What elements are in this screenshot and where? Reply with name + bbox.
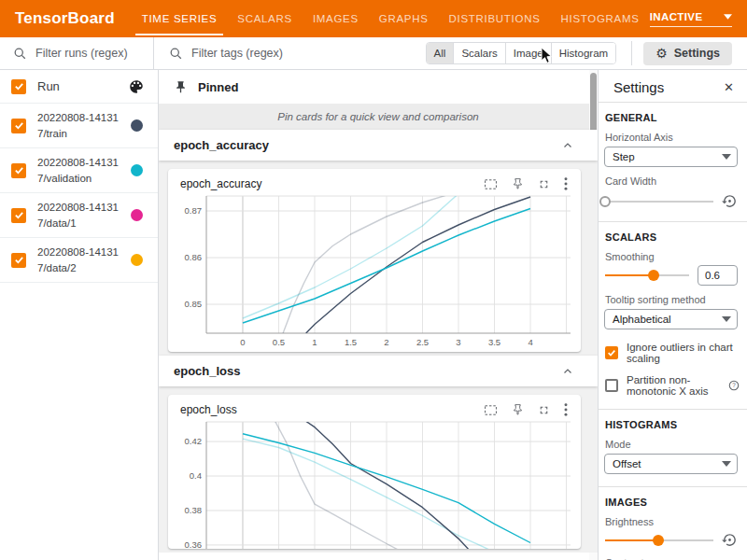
partition-x-axis-row[interactable]: Partition non-monotonic X axis ? <box>599 374 747 397</box>
tab-graphs[interactable]: GRAPHS <box>369 0 439 37</box>
ignore-outliers-row[interactable]: Ignore outliers in chart scaling <box>599 342 747 364</box>
svg-text:0.5: 0.5 <box>273 337 285 347</box>
run-row-validation[interactable]: 20220808-141317/validation <box>0 148 158 193</box>
run-checkbox[interactable] <box>11 253 26 268</box>
run-row-train[interactable]: 20220808-141317/train <box>0 104 158 148</box>
run-checkbox[interactable] <box>11 119 26 133</box>
svg-text:0.87: 0.87 <box>185 205 203 216</box>
chip-label: Scalars <box>461 48 497 59</box>
card-header: epoch_loss <box>168 395 581 421</box>
run-label: 20220808-141317/data/1 <box>37 200 120 230</box>
close-icon[interactable]: ✕ <box>724 81 734 93</box>
tab-scalars[interactable]: SCALARS <box>227 0 303 37</box>
tensorboard-app: TensorBoard TIME SERIES SCALARS IMAGES G… <box>0 0 747 560</box>
palette-icon[interactable] <box>128 78 145 95</box>
svg-text:1: 1 <box>312 337 317 347</box>
collapse-chevron-icon[interactable] <box>562 366 573 377</box>
filter-runs-input[interactable]: Filter runs (regex) <box>0 37 154 69</box>
chip-label: All <box>434 48 446 59</box>
card-title: epoch_accuracy <box>180 177 261 190</box>
horizontal-axis-value: Step <box>613 151 635 162</box>
caret-down-icon <box>722 154 731 160</box>
caret-down-icon <box>722 316 731 322</box>
pinned-section-header: Pinned <box>159 70 598 104</box>
histogram-mode-select[interactable]: Offset <box>604 454 738 474</box>
pinned-label: Pinned <box>198 80 238 94</box>
partition-x-axis-checkbox[interactable] <box>605 379 618 392</box>
slider-thumb[interactable] <box>648 270 659 281</box>
card-actions <box>484 177 568 190</box>
chip-label: Image <box>514 48 543 59</box>
chip-scalars[interactable]: Scalars <box>454 43 505 63</box>
run-checkbox[interactable] <box>11 208 26 223</box>
run-label: 20220808-141317/validation <box>37 155 120 185</box>
epoch-loss-chart[interactable]: 0.360.380.40.42 <box>177 421 574 549</box>
search-icon <box>169 47 183 61</box>
run-row-data-1[interactable]: 20220808-141317/data/1 <box>0 193 158 238</box>
section-header-epoch-loss[interactable]: epoch_loss <box>159 356 598 386</box>
run-label: 20220808-141317/data/2 <box>37 245 120 274</box>
select-all-runs-checkbox[interactable] <box>11 79 26 94</box>
fullscreen-icon[interactable] <box>538 404 550 416</box>
slider-thumb[interactable] <box>653 535 664 546</box>
svg-text:4: 4 <box>528 337 532 347</box>
cards-area: Pinned Pin cards for a quick view and co… <box>159 70 598 560</box>
section-header-epoch-accuracy[interactable]: epoch_accuracy <box>159 130 598 161</box>
divider <box>599 221 747 222</box>
tooltip-sorting-select[interactable]: Alphabetical <box>604 309 738 329</box>
filter-tags-input[interactable]: Filter tags (regex) <box>154 47 426 61</box>
status-dropdown[interactable]: INACTIVE <box>650 11 732 27</box>
slider-thumb[interactable] <box>599 196 611 207</box>
tab-images[interactable]: IMAGES <box>303 0 369 37</box>
tab-histograms[interactable]: HISTOGRAMS <box>551 0 650 37</box>
caret-down-icon <box>724 14 732 20</box>
smoothing-slider[interactable] <box>605 269 689 282</box>
brightness-slider[interactable] <box>605 534 713 547</box>
reset-brightness-button[interactable] <box>722 532 738 548</box>
partition-x-axis-label: Partition non-monotonic X axis <box>627 374 718 397</box>
tag-filter-chips: All Scalars Image Histogram <box>426 42 617 64</box>
run-color-dot <box>131 209 143 221</box>
smoothing-input[interactable] <box>698 265 738 286</box>
pin-card-icon[interactable] <box>512 177 524 190</box>
tab-label: DISTRIBUTIONS <box>449 13 541 24</box>
app-logo: TensorBoard <box>0 9 132 28</box>
collapse-chevron-icon[interactable] <box>562 140 573 151</box>
help-tooltip-icon[interactable]: ? <box>728 380 740 391</box>
chip-histogram[interactable]: Histogram <box>552 43 615 63</box>
card-width-label: Card Width <box>599 175 747 187</box>
tab-label: IMAGES <box>313 13 359 24</box>
fit-to-data-icon[interactable] <box>484 178 498 190</box>
card-header: epoch_accuracy <box>168 169 581 195</box>
fit-to-data-icon[interactable] <box>484 404 498 416</box>
fullscreen-icon[interactable] <box>538 178 550 190</box>
run-label: 20220808-141317/train <box>37 110 120 140</box>
run-checkbox[interactable] <box>11 163 26 178</box>
divider <box>599 486 747 487</box>
more-options-icon[interactable] <box>564 177 568 190</box>
more-options-icon[interactable] <box>564 403 568 416</box>
svg-text:?: ? <box>732 382 736 388</box>
run-color-dot <box>131 164 143 176</box>
search-icon <box>13 47 27 61</box>
pin-card-icon[interactable] <box>512 403 524 416</box>
settings-button-label: Settings <box>674 47 720 60</box>
caret-down-icon <box>722 461 731 467</box>
tab-label: TIME SERIES <box>142 13 218 24</box>
reset-card-width-button[interactable] <box>722 193 738 209</box>
horizontal-axis-label: Horizontal Axis <box>599 132 747 143</box>
tab-distributions[interactable]: DISTRIBUTIONS <box>439 0 551 37</box>
chip-all[interactable]: All <box>427 43 455 63</box>
smoothing-label: Smoothing <box>599 251 747 262</box>
gear-icon: ⚙ <box>655 47 668 60</box>
card-width-slider[interactable] <box>605 195 713 208</box>
chip-image[interactable]: Image <box>506 43 552 63</box>
ignore-outliers-checkbox[interactable] <box>605 346 618 359</box>
run-row-data-2[interactable]: 20220808-141317/data/2 <box>0 238 158 283</box>
section-body-epoch-loss: epoch_loss 0.360.380.40.42 <box>159 386 598 553</box>
settings-button[interactable]: ⚙ Settings <box>643 42 732 65</box>
tab-time-series[interactable]: TIME SERIES <box>132 0 228 37</box>
histogram-mode-label: Mode <box>599 439 747 450</box>
horizontal-axis-select[interactable]: Step <box>604 147 738 167</box>
epoch-accuracy-chart[interactable]: 00.511.522.533.540.850.860.87 <box>177 195 574 352</box>
